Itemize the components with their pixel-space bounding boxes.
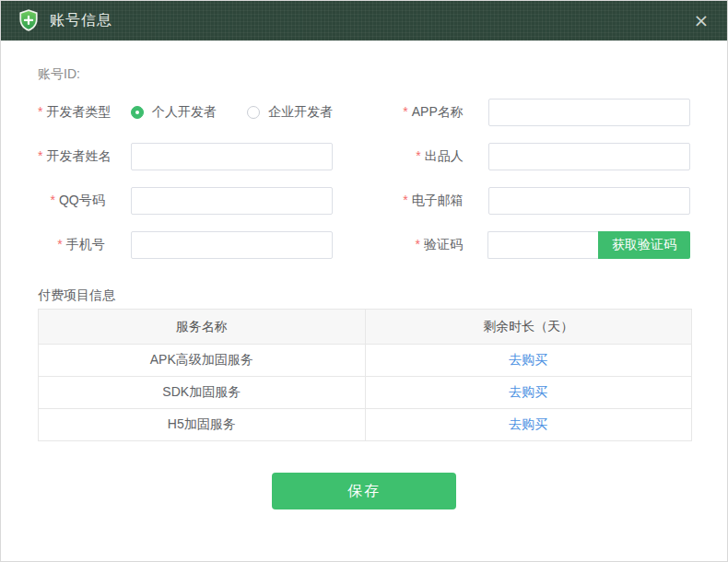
close-icon[interactable]: × — [689, 8, 713, 32]
form-row: *QQ号码 *电子邮箱 — [38, 187, 690, 215]
dialog-content: 账号ID: *开发者类型 个人开发者 企业开发者 *APP名称 — [1, 66, 727, 509]
producer-label: *出品人 — [333, 148, 487, 165]
email-input[interactable] — [488, 187, 690, 215]
paid-section-title: 付费项目信息 — [38, 287, 690, 302]
save-button[interactable]: 保存 — [272, 473, 456, 509]
action-cell: 去购买 — [365, 377, 692, 409]
required-mark: * — [403, 104, 407, 119]
captcha-label: *验证码 — [333, 237, 487, 253]
required-mark: * — [57, 237, 62, 252]
buy-link[interactable]: 去购买 — [509, 416, 547, 431]
service-name-cell: H5加固服务 — [39, 409, 366, 441]
account-id-label: 账号ID: — [38, 66, 690, 81]
form-row: *开发者类型 个人开发者 企业开发者 *APP名称 — [38, 99, 690, 126]
qq-label: *QQ号码 — [38, 193, 131, 209]
radio-personal-developer[interactable]: 个人开发者 — [131, 104, 217, 121]
save-row: 保存 — [38, 473, 690, 509]
developer-name-label: *开发者姓名 — [38, 148, 131, 165]
account-form: *开发者类型 个人开发者 企业开发者 *APP名称 *开发者姓名 — [38, 99, 690, 259]
titlebar: 账号信息 × — [0, 0, 728, 41]
captcha-input[interactable] — [487, 231, 598, 259]
action-cell: 去购买 — [365, 409, 692, 441]
qq-input[interactable] — [131, 187, 333, 215]
required-mark: * — [51, 193, 55, 207]
action-cell: 去购买 — [365, 345, 692, 377]
account-info-dialog: 账号信息 × 账号ID: *开发者类型 个人开发者 企业开发者 *AP — [0, 0, 728, 562]
service-name-cell: SDK加固服务 — [39, 377, 366, 409]
service-name-cell: APK高级加固服务 — [39, 345, 366, 377]
radio-unselected-icon — [247, 106, 260, 119]
email-label: *电子邮箱 — [333, 193, 488, 209]
app-name-input[interactable] — [488, 99, 690, 126]
buy-link[interactable]: 去购买 — [509, 384, 547, 399]
form-row: *手机号 *验证码 获取验证码 — [38, 231, 690, 259]
developer-type-radio-group: 个人开发者 企业开发者 — [131, 104, 333, 121]
header-remaining-days: 剩余时长（天） — [365, 310, 692, 345]
required-mark: * — [38, 104, 42, 119]
required-mark: * — [403, 193, 407, 207]
producer-input[interactable] — [488, 143, 690, 170]
required-mark: * — [416, 148, 420, 163]
radio-company-developer[interactable]: 企业开发者 — [247, 104, 333, 121]
dialog-title: 账号信息 — [50, 11, 112, 30]
app-name-label: *APP名称 — [333, 104, 488, 121]
radio-label: 企业开发者 — [268, 104, 333, 121]
buy-link[interactable]: 去购买 — [509, 352, 547, 367]
header-service-name: 服务名称 — [39, 310, 366, 345]
radio-label: 个人开发者 — [152, 104, 217, 121]
phone-input[interactable] — [131, 231, 333, 259]
shield-plus-icon — [17, 8, 41, 32]
captcha-field-group: 获取验证码 — [487, 231, 690, 259]
table-row: SDK加固服务 去购买 — [39, 377, 692, 409]
developer-type-label: *开发者类型 — [38, 104, 131, 121]
form-row: *开发者姓名 *出品人 — [38, 143, 690, 170]
get-captcha-button[interactable]: 获取验证码 — [598, 231, 690, 259]
paid-services-table: 服务名称 剩余时长（天） APK高级加固服务 去购买 SDK加固服务 去购买 H… — [38, 309, 692, 441]
developer-name-input[interactable] — [131, 143, 333, 170]
table-row: H5加固服务 去购买 — [39, 409, 692, 441]
table-header-row: 服务名称 剩余时长（天） — [39, 310, 692, 345]
required-mark: * — [38, 148, 42, 163]
required-mark: * — [416, 237, 420, 252]
table-row: APK高级加固服务 去购买 — [39, 345, 692, 377]
radio-selected-icon — [131, 106, 144, 119]
phone-label: *手机号 — [38, 237, 131, 253]
